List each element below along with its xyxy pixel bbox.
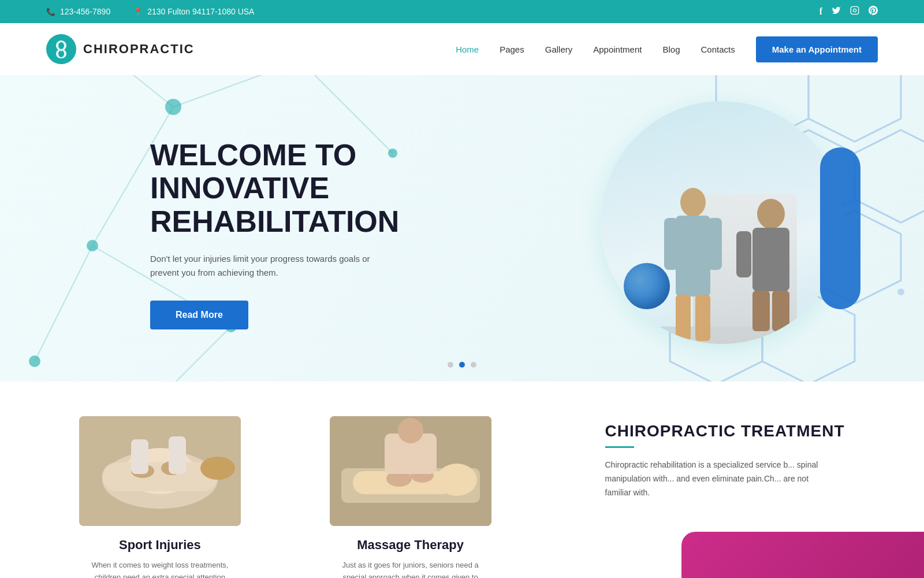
svg-rect-45 xyxy=(736,231,751,277)
sport-injuries-title: Sport Injuries xyxy=(119,538,201,553)
hero-description: Don't let your injuries limit your progr… xyxy=(150,252,393,280)
dot-3[interactable] xyxy=(471,362,476,368)
dot-2[interactable] xyxy=(459,362,465,368)
hero-image-circle xyxy=(601,101,843,344)
svg-rect-47 xyxy=(772,291,789,331)
sport-injuries-card: Sport Injuries When it comes to weight l… xyxy=(46,416,274,578)
nav-pages[interactable]: Pages xyxy=(500,45,524,54)
massage-therapy-card: Massage Therapy Just as it goes for juni… xyxy=(297,416,524,578)
svg-rect-40 xyxy=(708,218,722,270)
svg-line-8 xyxy=(173,75,300,107)
sport-injuries-desc: When it comes to weight loss treatments,… xyxy=(85,560,235,578)
nav-home[interactable]: Home xyxy=(456,45,479,54)
svg-line-5 xyxy=(58,75,173,107)
svg-point-20 xyxy=(29,355,40,367)
hero-image-area xyxy=(601,101,855,355)
svg-point-37 xyxy=(680,188,706,217)
location-icon: 📍 xyxy=(133,8,143,16)
svg-point-64 xyxy=(398,418,423,443)
hero-title: WELCOME TO INNOVATIVE REHABILITATION xyxy=(150,139,468,238)
logo-text: CHIROPRACTIC xyxy=(83,42,195,57)
nav-gallery[interactable]: Gallery xyxy=(545,45,573,54)
nav-blog[interactable]: Blog xyxy=(662,45,680,54)
promo-text: + Visual Editor & SEO Tools xyxy=(729,575,922,578)
sport-injuries-image xyxy=(79,416,241,526)
hero-content: WELCOME TO INNOVATIVE REHABILITATION Don… xyxy=(150,139,468,329)
patient-silhouette xyxy=(733,194,808,344)
phone-number: 123-456-7890 xyxy=(60,7,110,16)
top-bar: 📞 123-456-7890 📍 2130 Fulton 94117-1080 … xyxy=(0,0,924,23)
svg-rect-51 xyxy=(102,462,218,491)
cards-section: Sport Injuries When it comes to weight l… xyxy=(0,381,924,578)
phone-contact: 📞 123-456-7890 xyxy=(46,7,110,16)
chiropractic-treatment-title: CHIROPRACTIC TREATMENT xyxy=(605,422,878,440)
svg-point-15 xyxy=(165,99,181,115)
pinterest-icon[interactable] xyxy=(869,6,878,17)
facebook-icon[interactable]: f xyxy=(819,6,822,17)
svg-rect-44 xyxy=(752,228,789,291)
logo-icon xyxy=(46,34,76,64)
massage-therapy-image xyxy=(330,416,491,526)
svg-point-52 xyxy=(200,457,235,480)
therapist-silhouette xyxy=(658,182,728,344)
header: CHIROPRACTIC Home Pages Gallery Appointm… xyxy=(0,23,924,75)
svg-point-2 xyxy=(58,42,64,49)
svg-rect-41 xyxy=(676,295,691,341)
svg-point-43 xyxy=(757,199,785,229)
svg-rect-42 xyxy=(695,295,710,341)
massage-therapy-desc: Just as it goes for juniors, seniors nee… xyxy=(336,560,486,578)
logo[interactable]: CHIROPRACTIC xyxy=(46,34,195,64)
svg-rect-38 xyxy=(676,216,710,297)
svg-line-11 xyxy=(116,327,231,381)
address-text: 2130 Fulton 94117-1080 USA xyxy=(147,7,254,16)
hero-image-placeholder xyxy=(601,101,843,344)
nav-appointment[interactable]: Appointment xyxy=(593,45,642,54)
make-appointment-button[interactable]: Make an Appointment xyxy=(756,36,878,62)
chiropractic-text: Chiropractic rehabilitation is a special… xyxy=(605,458,825,499)
sport-image-svg xyxy=(79,416,241,526)
svg-rect-39 xyxy=(664,218,678,270)
read-more-button[interactable]: Read More xyxy=(150,301,248,329)
svg-rect-56 xyxy=(169,436,186,474)
social-links: f xyxy=(819,6,878,17)
svg-point-36 xyxy=(897,288,904,295)
instagram-icon[interactable] xyxy=(850,6,859,17)
title-underline xyxy=(605,446,634,448)
svg-line-10 xyxy=(35,246,92,361)
promo-overlay: + Visual Editor & SEO Tools xyxy=(681,532,924,578)
promo-line1: + Visual Editor xyxy=(729,576,922,578)
massage-therapy-title: Massage Therapy xyxy=(357,538,464,553)
svg-rect-0 xyxy=(851,6,858,14)
hero-section: WELCOME TO INNOVATIVE REHABILITATION Don… xyxy=(0,75,924,381)
svg-rect-46 xyxy=(752,291,770,331)
dot-1[interactable] xyxy=(448,362,453,368)
hero-carousel-dots xyxy=(448,362,476,368)
svg-marker-30 xyxy=(855,130,924,223)
blue-arc-decoration xyxy=(820,147,860,309)
top-bar-contacts: 📞 123-456-7890 📍 2130 Fulton 94117-1080 … xyxy=(46,7,254,16)
twitter-icon[interactable] xyxy=(832,6,841,17)
svg-rect-55 xyxy=(131,439,148,474)
svg-point-16 xyxy=(87,240,98,251)
phone-icon: 📞 xyxy=(46,8,55,16)
main-nav: Home Pages Gallery Appointment Blog Cont… xyxy=(456,36,878,62)
massage-image-svg xyxy=(330,416,491,526)
address-contact: 📍 2130 Fulton 94117-1080 USA xyxy=(133,7,254,16)
nav-contacts[interactable]: Contacts xyxy=(701,45,735,54)
